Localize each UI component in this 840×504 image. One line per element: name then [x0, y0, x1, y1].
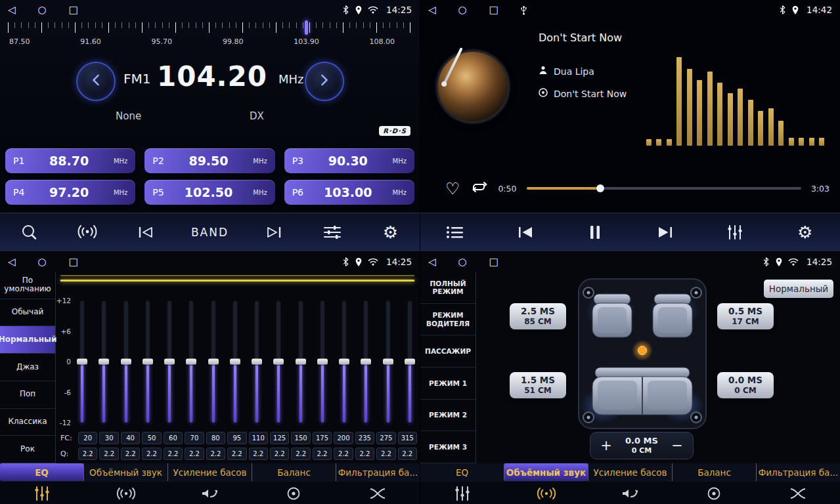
eq-band-slider[interactable]: [185, 301, 197, 423]
eq-preset-item[interactable]: Классика: [0, 409, 55, 436]
radio-preset-button[interactable]: P4 97.20 MHz: [5, 180, 135, 205]
tune-settings-icon[interactable]: [319, 225, 345, 240]
recents-icon[interactable]: □: [69, 257, 78, 267]
filter-icon[interactable]: [336, 486, 420, 501]
delay-rear-right[interactable]: 0.0 MS 0 CM: [717, 372, 774, 398]
listening-mode-item[interactable]: РЕЖИМ 2: [420, 400, 475, 432]
recents-icon[interactable]: □: [489, 5, 498, 15]
broadcast-icon[interactable]: [74, 224, 100, 240]
slider-handle[interactable]: [143, 359, 153, 365]
slider-handle[interactable]: [361, 359, 371, 365]
surround-sound-icon[interactable]: [84, 487, 168, 500]
slider-handle[interactable]: [208, 359, 219, 365]
slider-handle[interactable]: [186, 359, 196, 365]
audio-tab[interactable]: Фильтрация ба...: [336, 463, 420, 481]
eq-band-slider[interactable]: [338, 301, 350, 423]
filter-icon[interactable]: [756, 486, 840, 501]
back-icon[interactable]: ◁: [8, 257, 16, 267]
audio-tab[interactable]: Фильтрация ба...: [756, 463, 840, 481]
settings-gear-icon[interactable]: ⚙: [792, 224, 818, 241]
eq-band-slider[interactable]: [76, 301, 88, 423]
eq-band-slider[interactable]: [229, 301, 241, 423]
repeat-button[interactable]: [470, 180, 488, 196]
previous-button[interactable]: [133, 226, 159, 239]
delay-front-right[interactable]: 0.5 MS 17 CM: [717, 303, 774, 329]
radio-preset-button[interactable]: P2 89.50 MHz: [144, 148, 275, 173]
seek-down-button[interactable]: [76, 62, 116, 101]
radio-preset-button[interactable]: P5 102.50 MHz: [144, 180, 275, 205]
bass-boost-icon[interactable]: [168, 486, 252, 501]
audio-tab[interactable]: Объёмный звук: [504, 463, 588, 481]
audio-tab[interactable]: EQ: [420, 463, 504, 481]
eq-band-slider[interactable]: [273, 301, 284, 423]
bass-boost-icon[interactable]: [588, 486, 673, 501]
slider-handle[interactable]: [230, 359, 240, 365]
eq-band-slider[interactable]: [98, 301, 110, 423]
audio-tab[interactable]: Объёмный звук: [83, 463, 167, 481]
home-icon[interactable]: ○: [38, 257, 47, 267]
increase-button[interactable]: +: [598, 439, 614, 453]
scan-button[interactable]: [16, 224, 42, 241]
settings-gear-icon[interactable]: ⚙: [377, 224, 403, 241]
audio-tab[interactable]: Баланс: [672, 463, 756, 481]
listening-mode-item[interactable]: РЕЖИМ ВОДИТЕЛЯ: [420, 304, 475, 336]
field-preset-button[interactable]: Нормальный: [764, 280, 833, 298]
car-cabin-graphic[interactable]: [577, 277, 708, 430]
listening-mode-item[interactable]: ПОЛНЫЙ РЕЖИМ: [420, 272, 475, 304]
listening-mode-item[interactable]: РЕЖИМ 3: [420, 431, 475, 463]
eq-band-slider[interactable]: [382, 301, 394, 423]
eq-band-slider[interactable]: [295, 301, 307, 423]
delay-rear-left[interactable]: 1.5 MS 51 CM: [510, 372, 566, 398]
seek-bar-knob[interactable]: [596, 184, 604, 192]
radio-preset-button[interactable]: P1 88.70 MHz: [5, 148, 135, 173]
eq-band-slider[interactable]: [120, 301, 132, 423]
slider-handle[interactable]: [99, 359, 109, 365]
eq-band-slider[interactable]: [404, 301, 416, 423]
equalizer-icon[interactable]: [0, 486, 84, 501]
band-button[interactable]: BAND: [191, 226, 229, 239]
listening-mode-item[interactable]: ПАССАЖИР: [420, 335, 475, 368]
next-button[interactable]: [261, 226, 287, 239]
tuning-scale[interactable]: 87.5091.6095.7099.80103.90108.00: [8, 22, 412, 46]
eq-band-slider[interactable]: [164, 301, 175, 423]
listening-mode-item[interactable]: РЕЖИМ 1: [420, 368, 475, 400]
previous-track-button[interactable]: [512, 226, 539, 239]
surround-sound-icon[interactable]: [504, 487, 588, 500]
slider-handle[interactable]: [405, 359, 415, 365]
home-icon[interactable]: ○: [458, 5, 467, 15]
slider-handle[interactable]: [273, 359, 284, 365]
delay-front-left[interactable]: 2.5 MS 85 CM: [510, 303, 566, 329]
back-icon[interactable]: ◁: [8, 5, 16, 15]
home-icon[interactable]: ○: [38, 5, 47, 15]
balance-icon[interactable]: [672, 486, 756, 501]
slider-handle[interactable]: [252, 359, 262, 365]
eq-band-slider[interactable]: [251, 301, 263, 423]
balance-icon[interactable]: [252, 486, 336, 501]
seek-up-button[interactable]: [305, 62, 344, 101]
audio-tab[interactable]: EQ: [0, 463, 83, 481]
pause-button[interactable]: [582, 224, 608, 240]
back-icon[interactable]: ◁: [428, 257, 436, 267]
eq-band-slider[interactable]: [360, 301, 372, 423]
slider-handle[interactable]: [296, 359, 306, 365]
slider-handle[interactable]: [317, 359, 328, 365]
decrease-button[interactable]: −: [669, 439, 685, 453]
eq-band-slider[interactable]: [317, 301, 328, 423]
radio-preset-button[interactable]: P6 103.00 MHz: [284, 180, 414, 205]
eq-preset-item[interactable]: Джаз: [0, 354, 55, 381]
next-track-button[interactable]: [652, 226, 678, 239]
eq-preset-item[interactable]: Обычай: [0, 299, 55, 327]
audio-tab[interactable]: Усиление басов: [588, 463, 672, 481]
eq-band-slider[interactable]: [142, 301, 154, 423]
equalizer-icon[interactable]: [722, 224, 748, 240]
equalizer-icon[interactable]: [420, 486, 504, 501]
audio-tab[interactable]: Баланс: [252, 463, 336, 481]
slider-handle[interactable]: [77, 359, 87, 365]
playlist-icon[interactable]: [442, 226, 468, 239]
audio-tab[interactable]: Усиление басов: [167, 463, 252, 481]
favorite-button[interactable]: ♡: [445, 180, 460, 197]
seek-bar[interactable]: [527, 187, 801, 190]
eq-preset-item[interactable]: Поп: [0, 381, 55, 409]
home-icon[interactable]: ○: [458, 257, 467, 267]
radio-preset-button[interactable]: P3 90.30 MHz: [284, 148, 414, 173]
